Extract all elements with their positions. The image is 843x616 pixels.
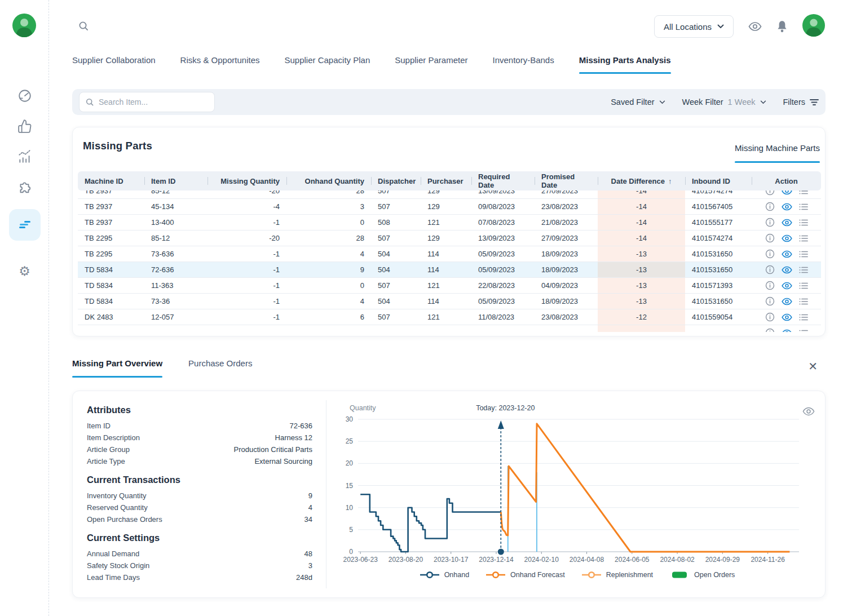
eye-icon[interactable] [782, 250, 792, 258]
info-icon[interactable] [765, 190, 775, 196]
column-header-promised-date[interactable]: Promised Date [535, 171, 598, 190]
info-icon[interactable] [765, 202, 775, 211]
table-row[interactable]: TB 229585-12-202850712913/09/202327/09/2… [78, 231, 821, 246]
cell-action [752, 199, 821, 214]
attribute-value: Production Critical Parts [234, 445, 312, 454]
tab-supplier-collaboration[interactable]: Supplier Collaboration [72, 55, 156, 74]
tab-inventory-bands[interactable]: Inventory-Bands [492, 55, 554, 74]
attribute-value: 3 [308, 561, 312, 570]
column-header-machine-id[interactable]: Machine ID [78, 171, 144, 190]
filters-button[interactable]: Filters [783, 98, 819, 107]
eye-icon[interactable] [782, 190, 792, 195]
cell-dispatcher: 504 [371, 294, 421, 309]
legend-item-open-orders[interactable]: Open Orders [670, 570, 735, 579]
column-header-onhand-quantity[interactable]: Onhand Quantity [286, 171, 371, 190]
user-avatar[interactable] [12, 14, 36, 39]
info-icon[interactable] [765, 233, 775, 243]
week-filter-dropdown[interactable]: Week Filter 1 Week [682, 98, 766, 107]
main-area: All Locations [50, 0, 843, 616]
list-icon[interactable] [799, 282, 808, 290]
column-header-item-id[interactable]: Item ID [144, 171, 208, 190]
attribute-value: External Sourcing [254, 457, 312, 466]
list-icon[interactable] [799, 203, 808, 211]
eye-icon[interactable] [782, 266, 792, 274]
cell-dispatcher: 507 [371, 278, 421, 293]
puzzle-icon[interactable] [16, 179, 33, 196]
table-row[interactable]: TB 293713-400-1050812107/08/202321/08/20… [78, 215, 821, 231]
list-icon[interactable] [799, 329, 808, 333]
tab-missing-parts-analysis[interactable]: Missing Parts Analysis [579, 55, 671, 74]
tab-missing-machine-parts[interactable]: Missing Machine Parts [735, 143, 820, 163]
eye-icon[interactable] [782, 298, 792, 305]
item-search-box[interactable] [79, 92, 215, 112]
cell-machine_id: TD 5834 [78, 262, 144, 277]
info-icon[interactable] [765, 296, 775, 306]
close-icon[interactable]: ✕ [808, 360, 818, 373]
search-item-input[interactable] [99, 98, 200, 107]
column-header-dispatcher[interactable]: Dispatcher [371, 171, 421, 190]
column-header-inbound-id[interactable]: Inbound ID [685, 171, 752, 190]
info-icon[interactable] [765, 218, 775, 227]
user-avatar-topbar[interactable] [802, 14, 825, 39]
info-icon[interactable] [765, 281, 775, 290]
table-row[interactable]: TD 583473-36-1450411405/09/202318/09/202… [78, 294, 821, 309]
tab-supplier-capacity-plan[interactable]: Supplier Capacity Plan [284, 55, 370, 74]
table-row-partial[interactable] [78, 325, 821, 332]
attribute-row: Item DescriptionHarness 12 [87, 432, 312, 444]
eye-icon[interactable] [782, 282, 792, 290]
cell-onhand_qty: 0 [286, 215, 371, 230]
location-selector[interactable]: All Locations [654, 15, 734, 38]
eye-icon[interactable] [782, 329, 792, 333]
list-icon[interactable] [799, 219, 808, 227]
list-icon[interactable] [799, 190, 808, 195]
info-icon[interactable] [765, 328, 775, 332]
tab-purchase-orders[interactable]: Purchase Orders [188, 358, 252, 378]
column-header-missing-quantity[interactable]: Missing Quantity [208, 171, 286, 190]
legend-label: Open Orders [694, 571, 735, 579]
chart-visibility-eye-icon[interactable] [802, 407, 815, 418]
section-title: Current Transactions [87, 475, 312, 485]
analytics-chart-icon[interactable] [16, 148, 33, 165]
info-icon[interactable] [765, 265, 775, 274]
eye-icon[interactable] [782, 219, 792, 227]
legend-item-onhand-forecast[interactable]: Onhand Forecast [486, 570, 565, 579]
column-header-date-difference[interactable]: Date Difference↑ [598, 171, 685, 190]
table-body-viewport[interactable]: TB 293785-12-202850712913/09/202327/09/2… [78, 190, 821, 332]
tab-missing-part-overview[interactable]: Missing Part Overview [72, 358, 162, 378]
legend-item-onhand[interactable]: Onhand [420, 570, 469, 579]
dashboard-speedometer-icon[interactable] [16, 87, 33, 104]
table-row[interactable]: TB 229573-636-1450411405/09/202318/09/20… [78, 246, 821, 262]
global-search-icon[interactable] [78, 20, 89, 32]
list-icon[interactable] [799, 298, 808, 305]
cell-item_id: 73-36 [144, 294, 208, 309]
saved-filter-dropdown[interactable]: Saved Filter [611, 98, 665, 107]
info-icon[interactable] [765, 249, 775, 259]
tab-risks-opportunites[interactable]: Risks & Opportunites [180, 55, 260, 74]
column-header-action[interactable]: Action [752, 171, 821, 190]
eye-icon[interactable] [782, 234, 792, 242]
table-row[interactable]: TD 583472-636-1950411405/09/202318/09/20… [78, 262, 821, 278]
list-icon[interactable] [799, 266, 808, 274]
list-icon[interactable] [799, 313, 808, 321]
notifications-bell-icon[interactable] [776, 20, 788, 33]
sidebar-item-missing-parts-active[interactable] [9, 209, 41, 241]
column-header-purchaser[interactable]: Purchaser [421, 171, 471, 190]
thumbs-up-icon[interactable] [16, 118, 33, 135]
visibility-eye-icon[interactable] [748, 21, 762, 32]
eye-icon[interactable] [782, 203, 792, 211]
table-row[interactable]: TB 293785-12-202850712913/09/202327/09/2… [78, 190, 821, 199]
eye-icon[interactable] [782, 313, 792, 321]
info-icon[interactable] [765, 312, 775, 322]
table-row[interactable]: DK 248312-057-1650712111/08/202323/08/20… [78, 309, 821, 325]
cell-promised_date: 18/09/2023 [535, 294, 598, 309]
list-icon[interactable] [799, 234, 808, 242]
list-icon[interactable] [799, 250, 808, 258]
sort-ascending-icon[interactable]: ↑ [668, 177, 672, 185]
table-row[interactable]: TB 293745-134-4350712909/08/202323/08/20… [78, 199, 821, 215]
tab-supplier-parameter[interactable]: Supplier Parameter [395, 55, 467, 74]
legend-item-replenishment[interactable]: Replenishment [582, 570, 653, 579]
table-row[interactable]: TD 583411-363-1050712122/08/202304/09/20… [78, 278, 821, 294]
cell-item_id: 12-057 [144, 309, 208, 325]
settings-gear-icon[interactable]: ⚙ [0, 264, 49, 279]
column-header-required-date[interactable]: Required Date [471, 171, 535, 190]
